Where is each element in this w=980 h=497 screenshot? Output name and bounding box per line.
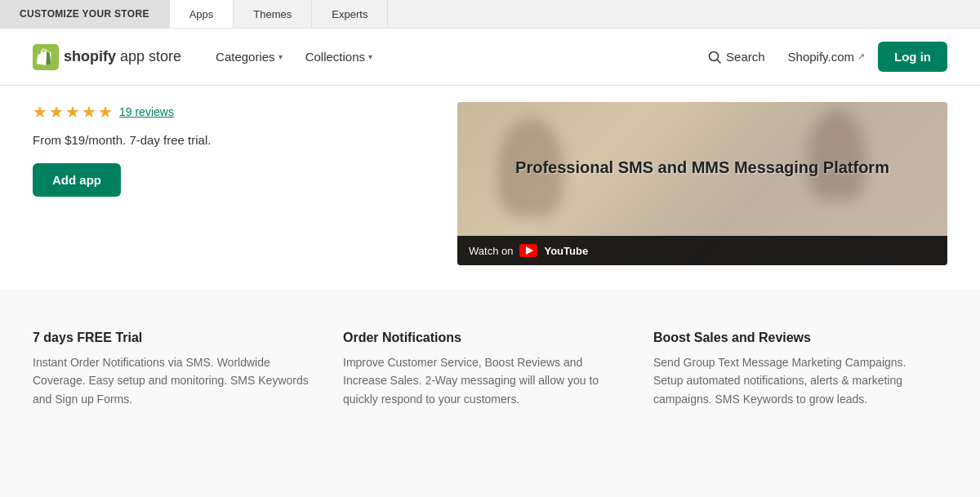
top-nav-experts[interactable]: Experts	[312, 0, 388, 28]
top-navigation: CUSTOMIZE YOUR STORE Apps Themes Experts	[0, 0, 980, 29]
star-3: ★	[65, 102, 80, 122]
features-grid: 7 days FREE Trial Instant Order Notifica…	[33, 331, 931, 408]
login-button[interactable]: Log in	[878, 42, 947, 72]
video-container[interactable]: Professional SMS and MMS Messaging Platf…	[457, 102, 947, 265]
star-rating: ★ ★ ★ ★ ★	[33, 102, 113, 122]
top-nav-customize[interactable]: CUSTOMIZE YOUR STORE	[0, 0, 170, 28]
video-title-overlay: Professional SMS and MMS Messaging Platf…	[457, 102, 947, 233]
star-1: ★	[33, 102, 47, 122]
categories-nav-link[interactable]: Categories ▾	[206, 43, 292, 70]
search-button[interactable]: Search	[698, 43, 775, 70]
youtube-logo: YouTube	[519, 244, 588, 257]
site-header: shopify app store Categories ▾ Collectio…	[0, 29, 980, 86]
rating-row: ★ ★ ★ ★ ★ 19 reviews	[33, 102, 425, 122]
star-5: ★	[98, 102, 113, 122]
top-nav-themes[interactable]: Themes	[234, 0, 312, 28]
header-nav: Categories ▾ Collections ▾	[206, 43, 698, 70]
pricing-text: From $19/month. 7-day free trial.	[33, 133, 425, 147]
logo-text: shopify app store	[64, 48, 181, 65]
categories-chevron-icon: ▾	[278, 52, 283, 61]
logo[interactable]: shopify app store	[33, 44, 181, 70]
star-4: ★	[82, 102, 96, 122]
feature-item-1: Order Notifications Improve Customer Ser…	[343, 331, 621, 408]
shopify-logo-icon	[33, 44, 59, 70]
feature-desc-0: Instant Order Notifications via SMS. Wor…	[33, 353, 310, 408]
header-actions: Search Shopify.com ↗ Log in	[698, 42, 947, 72]
shopify-com-link[interactable]: Shopify.com ↗	[788, 50, 865, 64]
collections-nav-link[interactable]: Collections ▾	[296, 43, 382, 70]
youtube-play-icon	[526, 246, 533, 255]
feature-item-0: 7 days FREE Trial Instant Order Notifica…	[33, 331, 310, 408]
app-detail-section: ★ ★ ★ ★ ★ 19 reviews From $19/month. 7-d…	[0, 86, 980, 290]
collections-chevron-icon: ▾	[368, 52, 372, 61]
feature-desc-2: Send Group Text Message Marketing Campai…	[653, 353, 931, 408]
video-overlay-bar[interactable]: Watch on YouTube	[457, 236, 947, 265]
feature-desc-1: Improve Customer Service, Boost Reviews …	[343, 353, 621, 408]
app-info: ★ ★ ★ ★ ★ 19 reviews From $19/month. 7-d…	[33, 102, 425, 265]
feature-title-1: Order Notifications	[343, 331, 621, 345]
add-app-button[interactable]: Add app	[33, 163, 121, 197]
svg-line-2	[717, 60, 720, 63]
features-section: 7 days FREE Trial Instant Order Notifica…	[0, 290, 980, 449]
bottom-spacer	[0, 449, 980, 497]
main-content: ★ ★ ★ ★ ★ 19 reviews From $19/month. 7-d…	[0, 86, 980, 497]
feature-title-2: Boost Sales and Reviews	[653, 331, 931, 345]
search-icon	[708, 51, 721, 64]
feature-title-0: 7 days FREE Trial	[33, 331, 310, 345]
top-nav-apps[interactable]: Apps	[170, 0, 234, 28]
star-2: ★	[49, 102, 64, 122]
external-link-icon: ↗	[858, 51, 865, 62]
reviews-link[interactable]: 19 reviews	[119, 105, 174, 118]
feature-item-2: Boost Sales and Reviews Send Group Text …	[653, 331, 931, 408]
youtube-icon	[519, 244, 537, 257]
